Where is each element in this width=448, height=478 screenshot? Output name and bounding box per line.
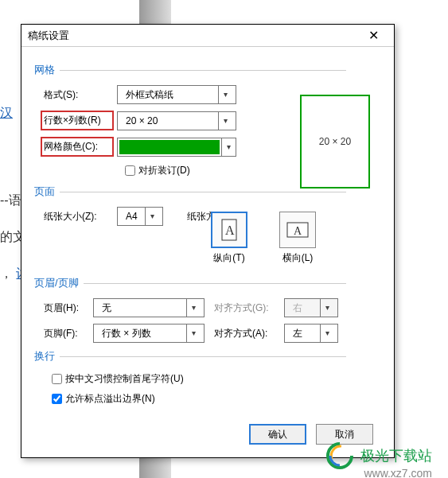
header-align-select: 右▾ [284,298,338,317]
footer-align-select[interactable]: 左▾ [284,324,338,343]
rowscols-select[interactable]: 20 × 20▾ [117,111,236,130]
cjk-linebreak-checkbox[interactable] [52,374,62,384]
format-select[interactable]: 外框式稿纸▾ [117,85,236,104]
watermark-icon [325,441,354,470]
ok-button[interactable]: 确认 [249,424,306,445]
titlebar: 稿纸设置 ✕ [21,25,394,47]
papersize-label: 纸张大小(Z): [44,210,117,223]
svg-text:A: A [294,225,302,237]
orientation-landscape[interactable]: A [279,212,316,248]
grid-preview: 20 × 20 [300,95,370,188]
watermark: 极光下载站 www.xz7.com [325,441,432,470]
genkou-settings-dialog: 稿纸设置 ✕ 网格 格式(S): 外框式稿纸▾ 行数×列数(R) 20 × 20… [21,24,395,458]
papersize-select[interactable]: A4▾ [117,207,163,226]
binding-checkbox[interactable] [125,165,135,176]
portrait-icon: A [218,219,240,241]
format-label: 格式(S): [44,88,117,102]
footer-label: 页脚(F): [44,327,93,340]
svg-text:A: A [225,223,235,237]
header-align-label: 对齐方式(G): [214,301,284,315]
header-select[interactable]: 无▾ [93,298,205,317]
footer-select[interactable]: 行数 × 列数▾ [93,324,205,343]
cjk-linebreak-label: 按中文习惯控制首尾字符(U) [65,372,184,386]
footer-align-label: 对齐方式(A): [214,327,284,340]
section-headerfooter: 页眉/页脚 [34,276,378,290]
dialog-title: 稿纸设置 [28,29,69,43]
section-linebreak: 换行 [34,349,378,363]
punct-overflow-label: 允许标点溢出边界(N) [65,392,155,406]
bg-text-1: 汉 [0,106,13,119]
close-button[interactable]: ✕ [357,28,389,43]
binding-label: 对折装订(D) [138,164,190,177]
gridcolor-select[interactable]: ▾ [117,138,236,157]
orientation-portrait[interactable]: A [211,212,247,248]
header-label: 页眉(H): [44,301,93,315]
bg-text-2: --语 [0,185,21,216]
gridcolor-label: 网格颜色(C): [41,137,114,157]
landscape-icon: A [286,219,309,241]
color-swatch [119,140,220,154]
punct-overflow-checkbox[interactable] [52,394,62,404]
section-grid: 网格 [34,63,378,77]
rowscols-label: 行数×列数(R) [41,111,114,130]
